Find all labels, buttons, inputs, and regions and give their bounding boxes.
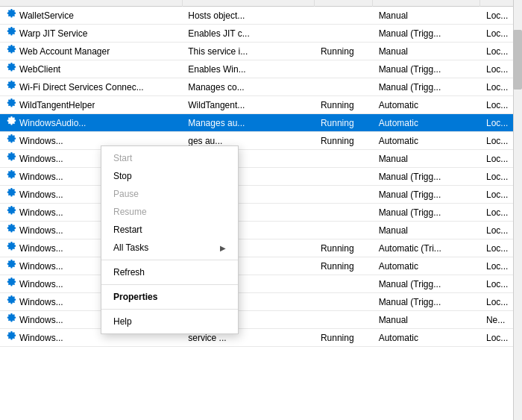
row-startup: Automatic <box>373 96 480 114</box>
table-row[interactable]: Warp JIT ServiceEnables JIT c...Manual (… <box>0 25 522 43</box>
row-startup: Manual <box>373 311 480 329</box>
row-startup: Automatic <box>373 132 480 150</box>
row-name: Web Account Manager <box>0 43 164 60</box>
table-row[interactable]: Windows...ges au...RunningAutomaticLoc..… <box>0 132 522 150</box>
menu-item-label: Properties <box>113 292 157 302</box>
row-status <box>315 293 373 311</box>
menu-item-stop[interactable]: Stop <box>101 167 238 185</box>
gear-icon <box>6 152 16 165</box>
row-startup: Manual (Trigg... <box>373 60 480 78</box>
table-row[interactable]: Windows...les Wi...ManualLoc... <box>0 150 522 168</box>
gear-icon <box>6 81 16 93</box>
table-row[interactable]: WebClientEnables Win...Manual (Trigg...L… <box>0 60 522 78</box>
row-status: Running <box>315 114 373 132</box>
row-status <box>315 150 373 168</box>
row-name-text: WindowsAudio... <box>19 118 86 128</box>
submenu-arrow-icon: ▶ <box>220 244 226 252</box>
row-description: WildTangent... <box>182 96 315 114</box>
row-status <box>315 186 373 204</box>
gear-icon <box>6 98 16 111</box>
menu-item-label: Resume <box>113 207 147 217</box>
gear-icon <box>6 331 16 344</box>
gear-icon <box>6 188 16 201</box>
menu-item-start: Start <box>101 149 238 167</box>
row-status <box>315 168 373 186</box>
menu-item-refresh[interactable]: Refresh <box>101 263 238 281</box>
table-row[interactable]: WindowsAudio...Manages au...RunningAutom… <box>0 114 522 132</box>
menu-item-resume: Resume <box>101 203 238 221</box>
table-row[interactable]: Windows...ows En...Manual (Trigg...Loc..… <box>0 275 522 293</box>
row-startup: Manual (Trigg... <box>373 186 480 204</box>
table-row[interactable]: Windows...ows De...RunningAutomaticLoc..… <box>0 257 522 275</box>
menu-divider <box>101 309 238 310</box>
menu-item-label: Stop <box>113 171 132 181</box>
row-name: WalletService <box>0 7 164 24</box>
menu-item-all-tasks[interactable]: All Tasks▶ <box>101 239 238 257</box>
table-row[interactable]: Windows...CSVC h...ManualLoc... <box>0 222 522 239</box>
row-name-text: Windows... <box>19 315 63 325</box>
menu-item-label: Help <box>113 316 132 327</box>
menu-item-properties[interactable]: Properties <box>101 288 238 306</box>
gear-icon <box>6 313 16 326</box>
row-startup: Manual <box>373 43 480 60</box>
row-status <box>315 25 373 43</box>
gear-icon <box>6 224 16 236</box>
row-name-text: Windows... <box>19 136 63 146</box>
row-name-text: WalletService <box>19 10 74 21</box>
row-name: WindowsAudio... <box>0 114 164 131</box>
gear-icon <box>6 27 16 40</box>
row-status: Running <box>315 329 373 347</box>
table-row[interactable]: Windows...ors th...Manual (Trigg...Loc..… <box>0 204 522 222</box>
col-header-startup[interactable] <box>373 0 480 7</box>
row-startup: Manual <box>373 222 480 239</box>
col-header-status[interactable] <box>315 0 373 7</box>
row-name-text: Wi-Fi Direct Services Connec... <box>19 82 144 93</box>
scroll-thumb[interactable] <box>513 30 522 90</box>
table-body: WalletServiceHosts object...ManualLoc...… <box>0 7 522 347</box>
row-name-text: Windows... <box>19 297 63 307</box>
col-header-description[interactable] <box>182 0 315 7</box>
menu-item-restart[interactable]: Restart <box>101 221 238 239</box>
table-row[interactable]: Wi-Fi Direct Services Connec...Manages c… <box>0 78 522 96</box>
row-name-text: Windows... <box>19 189 63 200</box>
menu-item-label: All Tasks <box>113 242 148 253</box>
row-status <box>315 275 373 293</box>
table-row[interactable]: WalletServiceHosts object...ManualLoc... <box>0 7 522 25</box>
table-row[interactable]: WildTangentHelperWildTangent...RunningAu… <box>0 96 522 114</box>
row-status <box>315 311 373 329</box>
row-status <box>315 204 373 222</box>
row-name-text: WildTangentHelper <box>19 100 95 110</box>
menu-item-help[interactable]: Help <box>101 313 238 330</box>
row-name-text: Windows... <box>19 207 63 218</box>
gear-icon <box>6 242 16 254</box>
row-startup: Automatic (Tri... <box>373 239 480 257</box>
row-status: Running <box>315 239 373 257</box>
row-startup: Automatic <box>373 114 480 132</box>
table-row[interactable]: Web Account ManagerThis service i...Runn… <box>0 43 522 60</box>
scrollbar[interactable] <box>513 0 522 420</box>
menu-item-label: Restart <box>113 225 142 235</box>
row-startup: Automatic <box>373 257 480 275</box>
gear-icon <box>6 295 16 308</box>
gear-icon <box>6 260 16 272</box>
gear-icon <box>6 134 16 147</box>
table-row[interactable]: Windows...s auto...RunningAutomatic (Tri… <box>0 239 522 257</box>
table-row[interactable]: Windows...indow...Manual (Trigg...Loc... <box>0 168 522 186</box>
row-status: Running <box>315 96 373 114</box>
row-startup: Manual (Trigg... <box>373 275 480 293</box>
row-status: Running <box>315 43 373 60</box>
table-row[interactable]: Windows...service ...RunningAutomaticLoc… <box>0 329 522 347</box>
row-description: Enables Win... <box>182 60 315 78</box>
col-header-name[interactable] <box>0 0 182 7</box>
table-row[interactable]: Windows...es mul...Manual (Trigg...Loc..… <box>0 186 522 204</box>
row-status <box>315 222 373 239</box>
menu-item-label: Pause <box>113 189 139 199</box>
menu-item-pause: Pause <box>101 185 238 203</box>
context-menu: StartStopPauseResumeRestartAll Tasks▶Ref… <box>101 145 239 334</box>
services-table-wrapper: WalletServiceHosts object...ManualLoc...… <box>0 0 522 347</box>
table-row[interactable]: Windows...s errors...Manual (Trigg...Loc… <box>0 293 522 311</box>
row-startup: Manual <box>373 150 480 168</box>
menu-divider <box>101 284 238 285</box>
table-row[interactable]: Windows...service ...ManualNe... <box>0 311 522 329</box>
menu-item-label: Refresh <box>113 267 145 278</box>
